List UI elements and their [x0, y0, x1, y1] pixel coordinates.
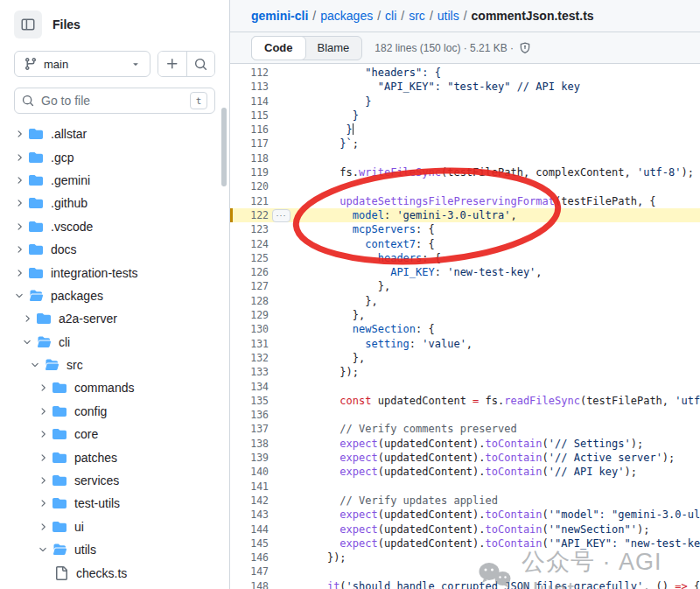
- line-number[interactable]: 124: [230, 237, 269, 251]
- tree-item-commands[interactable]: commands: [0, 376, 229, 399]
- line-number[interactable]: 132: [230, 351, 269, 365]
- breadcrumb-cli[interactable]: cli: [385, 9, 396, 23]
- chevron-right-icon[interactable]: [38, 382, 48, 393]
- tree-item-utils[interactable]: utils: [0, 538, 229, 561]
- chevron-right-icon[interactable]: [38, 429, 48, 439]
- tree-item-services[interactable]: services: [0, 469, 229, 492]
- line-number[interactable]: 125: [230, 251, 269, 265]
- tree-item--vscode[interactable]: .vscode: [0, 215, 229, 238]
- tree-item--allstar[interactable]: .allstar: [0, 123, 229, 145]
- tree-item-docs[interactable]: docs: [0, 238, 229, 261]
- tree-item-patches[interactable]: patches: [0, 445, 229, 468]
- chevron-right-icon[interactable]: [38, 406, 48, 417]
- chevron-right-icon[interactable]: [38, 522, 48, 532]
- line-number[interactable]: 144: [230, 522, 269, 536]
- tree-item--gemini[interactable]: .gemini: [0, 169, 229, 192]
- line-number[interactable]: 133: [230, 365, 269, 379]
- line-number[interactable]: 146: [230, 550, 269, 564]
- go-to-file-input[interactable]: Go to file t: [14, 88, 215, 114]
- tree-item-integration-tests[interactable]: integration-tests: [0, 261, 229, 284]
- sidebar-scrollbar[interactable]: [221, 108, 227, 186]
- line-number[interactable]: 113: [230, 80, 269, 94]
- shield-icon[interactable]: [519, 42, 531, 54]
- tree-item-checks-ts[interactable]: checks.ts: [0, 561, 229, 584]
- chevron-right-icon[interactable]: [14, 244, 24, 255]
- chevron-right-icon[interactable]: [14, 175, 24, 186]
- chevron-right-icon[interactable]: [38, 498, 48, 508]
- chevron-down-icon[interactable]: [38, 544, 48, 555]
- line-number[interactable]: 143: [230, 508, 269, 522]
- line-number[interactable]: 122: [230, 208, 269, 222]
- line-number[interactable]: 139: [230, 451, 269, 465]
- tree-item-ui[interactable]: ui: [0, 515, 229, 538]
- chevron-right-icon[interactable]: [38, 452, 48, 463]
- code-line-123: 123 mcpServers: {: [230, 222, 700, 236]
- tab-code[interactable]: Code: [251, 36, 306, 60]
- line-number[interactable]: 118: [230, 151, 269, 165]
- tree-item-label: test-utils: [74, 496, 120, 510]
- branch-selector[interactable]: main: [14, 51, 150, 77]
- line-number[interactable]: 127: [230, 279, 269, 293]
- tree-item--github[interactable]: .github: [0, 192, 229, 214]
- chevron-down-icon[interactable]: [22, 337, 32, 347]
- tree-item-config[interactable]: config: [0, 400, 229, 423]
- line-number[interactable]: 148: [230, 579, 269, 589]
- line-number[interactable]: 120: [230, 179, 269, 193]
- tree-item-cli[interactable]: cli: [0, 331, 229, 354]
- line-number[interactable]: 141: [230, 480, 269, 494]
- line-number[interactable]: 130: [230, 322, 269, 336]
- chevron-right-icon[interactable]: [38, 475, 48, 486]
- line-number[interactable]: 145: [230, 536, 269, 550]
- line-number[interactable]: 137: [230, 422, 269, 436]
- tree-item-cleanup-test-ts[interactable]: cleanup.test.ts: [0, 585, 229, 589]
- line-number[interactable]: 117: [230, 137, 269, 151]
- line-number[interactable]: 142: [230, 494, 269, 508]
- tree-item-src[interactable]: src: [0, 354, 229, 376]
- breadcrumb-packages[interactable]: packages: [320, 9, 373, 23]
- line-number[interactable]: 123: [230, 222, 269, 236]
- line-number[interactable]: 115: [230, 109, 269, 123]
- chevron-right-icon[interactable]: [14, 198, 24, 208]
- chevron-right-icon[interactable]: [14, 268, 24, 278]
- chevron-right-icon[interactable]: [14, 129, 24, 139]
- line-number[interactable]: 128: [230, 294, 269, 308]
- line-number[interactable]: 126: [230, 265, 269, 279]
- tree-item-label: utils: [74, 543, 96, 557]
- breadcrumb-utils[interactable]: utils: [438, 9, 459, 23]
- tree-item-packages[interactable]: packages: [0, 284, 229, 307]
- line-number[interactable]: 129: [230, 308, 269, 322]
- code-text: API_KEY: 'new-test-key',: [293, 265, 700, 279]
- breadcrumb-gemini-cli[interactable]: gemini-cli: [251, 9, 308, 23]
- line-number[interactable]: 135: [230, 394, 269, 408]
- code-line-125: 125 headers: {: [230, 251, 700, 265]
- line-number[interactable]: 134: [230, 380, 269, 394]
- chevron-down-icon[interactable]: [14, 291, 24, 301]
- line-number[interactable]: 112: [230, 66, 269, 80]
- line-number[interactable]: 116: [230, 123, 269, 137]
- line-number[interactable]: 114: [230, 95, 269, 109]
- line-number[interactable]: 131: [230, 337, 269, 351]
- code-text: [293, 408, 700, 422]
- tree-item-test-utils[interactable]: test-utils: [0, 492, 229, 515]
- tree-item--gcp[interactable]: .gcp: [0, 145, 229, 168]
- line-number[interactable]: 136: [230, 408, 269, 422]
- chevron-right-icon[interactable]: [14, 221, 24, 232]
- search-tree-button[interactable]: [186, 52, 214, 76]
- chevron-right-icon[interactable]: [22, 313, 32, 324]
- code-text: [293, 480, 700, 494]
- line-number[interactable]: 138: [230, 437, 269, 451]
- gutter-slot: [269, 536, 293, 550]
- line-number[interactable]: 140: [230, 465, 269, 479]
- chevron-right-icon[interactable]: [14, 152, 24, 163]
- line-number[interactable]: 119: [230, 165, 269, 179]
- line-number[interactable]: 147: [230, 564, 269, 578]
- tree-item-a2a-server[interactable]: a2a-server: [0, 307, 229, 330]
- chevron-down-icon[interactable]: [30, 360, 40, 370]
- line-number[interactable]: 121: [230, 194, 269, 208]
- new-file-button[interactable]: [158, 52, 186, 76]
- breadcrumb-src[interactable]: src: [409, 9, 425, 23]
- tab-blame[interactable]: Blame: [305, 37, 362, 60]
- line-menu-button[interactable]: ···: [272, 209, 290, 222]
- tree-item-core[interactable]: core: [0, 423, 229, 445]
- collapse-sidebar-button[interactable]: [14, 11, 42, 39]
